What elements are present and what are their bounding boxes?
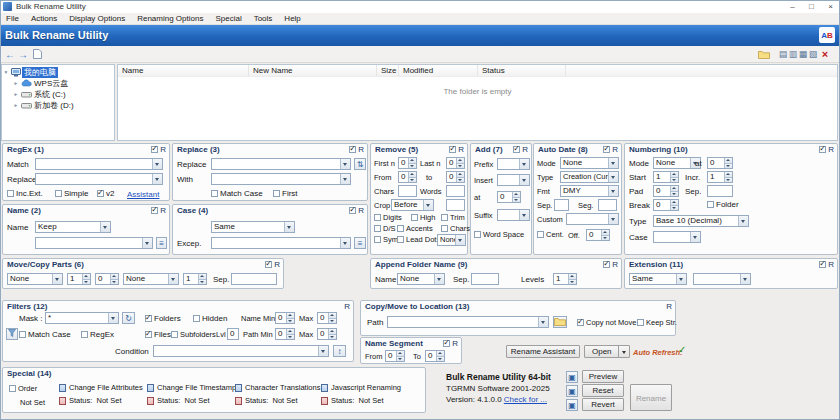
tree-label-computer[interactable]: 我的电脑	[22, 67, 58, 78]
movecopy-reset-button[interactable]: R	[274, 260, 280, 269]
expand-icon[interactable]: ▸	[12, 80, 20, 86]
remove-accents-checkbox[interactable]: Accents	[397, 224, 433, 233]
appendfolder-levels-spinner[interactable]: 1	[553, 273, 577, 285]
filters-namemin-spinner[interactable]: 0	[275, 312, 295, 324]
remove-reset-button[interactable]: R	[458, 145, 464, 154]
menu-file[interactable]: File	[0, 13, 25, 25]
reset-aux-button[interactable]: ▣	[566, 385, 578, 397]
remove-words-input[interactable]	[446, 185, 465, 197]
movecopy-count3-spinner[interactable]: 1	[183, 273, 207, 285]
filters-condition-combo[interactable]	[153, 345, 329, 357]
column-modified[interactable]: Modified	[399, 65, 478, 76]
add-prefix-combo[interactable]	[497, 158, 530, 170]
movecopy-count2-spinner[interactable]: 0	[95, 273, 119, 285]
open-button[interactable]: Open	[584, 345, 630, 358]
remove-trim-checkbox[interactable]: Trim	[441, 213, 465, 222]
filters-mask-combo[interactable]: *	[45, 312, 119, 324]
rename-assistant-button[interactable]: Rename Assistant	[506, 345, 580, 358]
tree-item-wps-cloud[interactable]: ▸ WPS云盘	[2, 78, 114, 88]
add-reset-button[interactable]: R	[522, 145, 528, 154]
refresh-icon[interactable]: ↻	[122, 312, 135, 324]
add-insert-combo[interactable]	[497, 174, 530, 186]
document-icon[interactable]	[30, 47, 44, 61]
movecopy-enable-checkbox[interactable]	[265, 261, 272, 268]
autodate-enable-checkbox[interactable]	[603, 146, 610, 153]
column-size[interactable]: Size	[377, 65, 399, 76]
numbering-case-combo[interactable]	[653, 231, 701, 243]
add-wordspace-checkbox[interactable]: Word Space	[474, 230, 524, 239]
copymove-copynotmove-checkbox[interactable]: Copy not Move	[577, 318, 636, 327]
revert-aux-button[interactable]: ▣	[566, 399, 578, 411]
forward-icon[interactable]: →	[16, 47, 30, 61]
numbering-incr-spinner[interactable]: 1	[707, 171, 733, 183]
menu-special[interactable]: Special	[209, 13, 247, 25]
regex-reset-button[interactable]: R	[160, 145, 166, 154]
copymove-keepstr-checkbox[interactable]: Keep Str.	[637, 318, 677, 327]
appendfolder-reset-button[interactable]: R	[612, 260, 618, 269]
copymove-path-combo[interactable]	[387, 316, 549, 328]
add-suffix-combo[interactable]	[497, 209, 530, 221]
autodate-reset-button[interactable]: R	[612, 145, 618, 154]
autodate-fmt-combo[interactable]: DMY	[560, 185, 619, 197]
regex-v2-checkbox[interactable]: v2	[97, 189, 114, 198]
case-menu-button[interactable]: ≡	[354, 237, 366, 249]
menu-help[interactable]: Help	[278, 13, 306, 25]
menu-renaming-options[interactable]: Renaming Options	[131, 13, 209, 25]
namesegment-from-spinner[interactable]: 0	[385, 350, 405, 362]
filters-matchcase-checkbox[interactable]: Match Case	[19, 330, 71, 339]
remove-crop-combo[interactable]: Before	[391, 199, 434, 211]
autodate-mode-combo[interactable]: None	[560, 157, 619, 169]
numbering-start-spinner[interactable]: 1	[653, 171, 679, 183]
maximize-button[interactable]: □	[802, 0, 821, 13]
add-enable-checkbox[interactable]	[513, 146, 520, 153]
open-dropdown-icon[interactable]	[618, 346, 629, 357]
tree-label-drive-c[interactable]: 系统 (C:)	[32, 89, 68, 100]
autodate-offset-spinner[interactable]: 0	[586, 229, 610, 241]
regex-match-combo[interactable]	[35, 158, 163, 170]
case-mode-combo[interactable]: Same	[211, 221, 295, 233]
special-javascript-item[interactable]: Javascript Renaming	[321, 383, 401, 392]
remove-chars-input[interactable]	[398, 185, 417, 197]
name-mode-combo[interactable]: Keep	[35, 221, 111, 233]
autodate-type-combo[interactable]: Creation (Cur	[560, 171, 619, 183]
autodate-custom-combo[interactable]	[566, 213, 619, 225]
namesegment-reset-button[interactable]: R	[452, 339, 458, 348]
menu-actions[interactable]: Actions	[25, 13, 63, 25]
revert-button[interactable]: Revert	[582, 398, 624, 411]
remove-ds-checkbox[interactable]: D/S	[374, 224, 396, 233]
appendfolder-sep-input[interactable]	[471, 273, 499, 285]
tree-label-drive-d[interactable]: 新加卷 (D:)	[32, 100, 76, 111]
filters-hidden-checkbox[interactable]: Hidden	[193, 314, 227, 323]
replace-reset-button[interactable]: R	[358, 145, 364, 154]
replace-matchcase-checkbox[interactable]: Match Case	[211, 189, 263, 198]
menu-display-options[interactable]: Display Options	[63, 13, 131, 25]
copymove-reset-button[interactable]: R	[666, 302, 672, 311]
extension-reset-button[interactable]: R	[828, 260, 834, 269]
tree-item-drive-c[interactable]: ▸ 系统 (C:)	[2, 89, 114, 99]
auto-refresh-toggle[interactable]: Auto Refresh:	[633, 348, 683, 357]
numbering-enable-checkbox[interactable]	[819, 146, 826, 153]
remove-from-spinner[interactable]: 0	[398, 171, 417, 183]
replace-swap-icon[interactable]: ⇅	[354, 158, 366, 170]
column-name[interactable]: Name	[118, 65, 249, 76]
filters-folders-checkbox[interactable]: Folders	[145, 314, 181, 323]
movecopy-part1-combo[interactable]: None	[7, 273, 63, 285]
extension-mode-combo[interactable]: Same	[629, 273, 687, 285]
expand-icon[interactable]: ▸	[12, 102, 20, 108]
autodate-seg-input[interactable]	[598, 199, 617, 211]
tree-item-computer[interactable]: ▾ 我的电脑	[2, 67, 114, 77]
movecopy-count1-spinner[interactable]: 1	[67, 273, 91, 285]
extension-enable-checkbox[interactable]	[819, 261, 826, 268]
remove-leaddots-checkbox[interactable]: Lead Dots	[397, 235, 440, 244]
remove-lastn-spinner[interactable]: 0	[446, 157, 465, 169]
namesegment-to-spinner[interactable]: 0	[425, 350, 445, 362]
add-at-spinner[interactable]: 0	[497, 191, 521, 203]
remove-to-spinner[interactable]: 0	[446, 171, 465, 183]
clear-list-icon[interactable]: ×	[818, 47, 832, 61]
regex-enable-checkbox[interactable]	[151, 146, 158, 153]
replace-first-checkbox[interactable]: First	[273, 189, 298, 198]
extension-custom-combo[interactable]	[693, 273, 751, 285]
name-pattern-combo[interactable]	[35, 237, 153, 249]
autodate-cent-checkbox[interactable]: Cent.	[537, 230, 564, 239]
condition-menu-icon[interactable]: ↕	[333, 345, 346, 357]
